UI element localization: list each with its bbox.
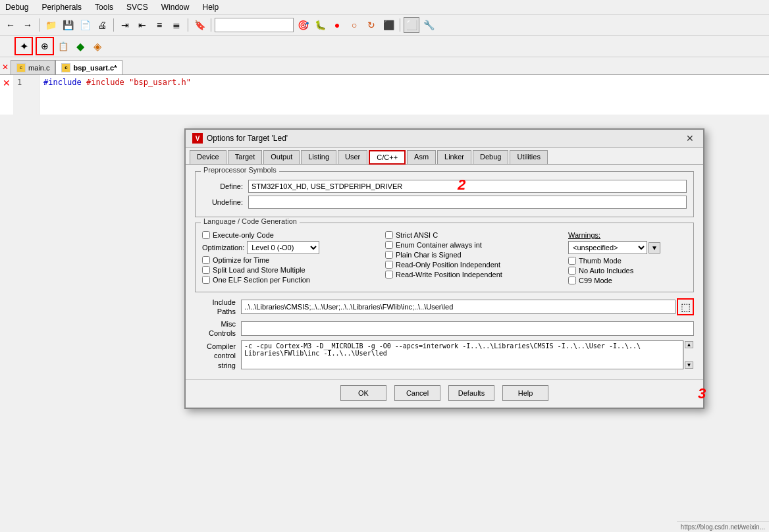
tab-output[interactable]: Output [263, 150, 300, 164]
no-auto-includes-row: No Auto Includes [568, 267, 687, 275]
language-col-warnings: Warnings: <unspecified> ▼ Thumb Mode No … [568, 231, 687, 286]
toolbar-btn6[interactable]: ≣ [169, 17, 184, 33]
toolbar-select[interactable] [215, 18, 294, 32]
misc-controls-input[interactable] [241, 321, 694, 336]
thumb-mode-cb[interactable] [568, 257, 576, 265]
no-auto-includes-cb[interactable] [568, 267, 576, 275]
read-only-cb[interactable] [385, 261, 393, 269]
tab-utilities[interactable]: Utilities [510, 150, 547, 164]
tab-mainc[interactable]: c main.c [11, 60, 55, 74]
one-elf-cb[interactable] [202, 276, 210, 284]
plain-char-cb[interactable] [385, 251, 393, 259]
toolbar-sync-btn[interactable]: ↻ [363, 17, 379, 33]
toolbar-back-btn[interactable]: ← [3, 17, 18, 33]
code-area[interactable]: #include #include "bsp_usart.h" [40, 75, 195, 115]
dialog-title-text: Options for Target 'Led' [207, 134, 288, 143]
menu-tools[interactable]: Tools [92, 1, 116, 13]
tab-bsp-usart[interactable]: c bsp_usart.c* [55, 60, 122, 74]
ok-button[interactable]: OK [340, 385, 386, 401]
menu-svcs[interactable]: SVCS [124, 1, 151, 13]
split-load-row: Split Load and Store Multiple [202, 266, 379, 274]
warnings-dropdown-btn[interactable]: ▼ [649, 242, 660, 253]
compiler-control-label: Compiler control string [195, 340, 241, 370]
status-url: https://blog.csdn.net/weixin... [681, 523, 765, 531]
toolbar-run-btn[interactable]: ● [329, 17, 345, 33]
toolbar-forward-btn[interactable]: → [20, 17, 36, 33]
split-load-cb[interactable] [202, 266, 210, 274]
compiler-scrollbar[interactable]: ▲ ▼ [683, 340, 694, 369]
compiler-control-textarea[interactable]: -c -cpu Cortex-M3 -D__MICROLIB -g -O0 --… [241, 340, 683, 369]
error-marker: ✕ [0, 75, 13, 115]
tab-user[interactable]: User [338, 150, 367, 164]
toolbar-stop-btn[interactable]: ⬛ [381, 17, 396, 33]
toolbar-debug-btn[interactable]: 🐛 [312, 17, 328, 33]
preprocessor-group: Preprocessor Symbols Define: Undefine: [195, 171, 694, 217]
strict-ansi-label: Strict ANSI C [396, 231, 438, 239]
language-col-left: Execute-only Code Optimization: Level 0 … [202, 231, 379, 286]
tab-device[interactable]: Device [190, 150, 226, 164]
tab-asm[interactable]: Asm [407, 150, 436, 164]
warnings-select[interactable]: <unspecified> [568, 241, 647, 254]
dialog-close-btn[interactable]: ✕ [683, 133, 697, 144]
optimize-time-label: Optimize for Time [213, 256, 269, 264]
toolbar2-magicwand-btn[interactable]: ✦ [14, 37, 33, 55]
enum-container-cb[interactable] [385, 241, 393, 249]
undefine-input[interactable] [248, 196, 687, 209]
tab-listing[interactable]: Listing [301, 150, 336, 164]
warnings-label: Warnings: [568, 231, 687, 239]
toolbar-save-btn[interactable]: 💾 [60, 17, 76, 33]
language-col-middle: Strict ANSI C Enum Container always int … [385, 231, 562, 286]
dialog-buttons: OK Cancel Defaults Help [186, 379, 703, 408]
tab-linker[interactable]: Linker [437, 150, 471, 164]
include-paths-row: Include Paths ⬚ [195, 298, 694, 317]
toolbar2-copy-btn[interactable]: 📋 [55, 38, 71, 54]
tab-cpp[interactable]: C/C++ [369, 150, 406, 165]
menu-debug[interactable]: Debug [3, 1, 31, 13]
line-number-1: 1 [17, 78, 35, 87]
toolbar-sep3 [188, 18, 188, 32]
toolbar-btn3[interactable]: 📄 [77, 17, 93, 33]
toolbar-indent-btn[interactable]: ⇥ [117, 17, 133, 33]
toolbar-wrench-btn[interactable]: 🔧 [421, 17, 437, 33]
define-input[interactable] [248, 180, 687, 193]
optimize-time-cb[interactable] [202, 256, 210, 264]
read-write-cb[interactable] [385, 271, 393, 279]
toolbar2-green-btn[interactable]: ◆ [72, 38, 88, 54]
c99-mode-row: C99 Mode [568, 277, 687, 284]
enum-container-row: Enum Container always int [385, 241, 562, 249]
toolbar-sep1 [39, 18, 40, 32]
tab-target[interactable]: Target [228, 150, 263, 164]
toolbar-open-btn[interactable]: 📁 [43, 17, 59, 33]
include-paths-input[interactable] [241, 300, 676, 314]
menu-help[interactable]: Help [199, 1, 221, 13]
menu-peripherals[interactable]: Peripherals [39, 1, 84, 13]
toolbar-bookmark-btn[interactable]: 🔖 [192, 17, 207, 33]
include-browse-btn[interactable]: ⬚ [677, 298, 694, 315]
strict-ansi-cb[interactable] [385, 231, 393, 239]
toolbar-btn4[interactable]: 🖨 [94, 17, 110, 33]
toolbar2-target-btn[interactable]: ⊕ [36, 37, 54, 55]
read-write-row: Read-Write Position Independent [385, 271, 562, 279]
strict-ansi-row: Strict ANSI C [385, 231, 562, 239]
menu-window[interactable]: Window [159, 1, 192, 13]
read-only-row: Read-Only Position Independent [385, 261, 562, 269]
toolbar-target-btn[interactable]: 🎯 [295, 17, 311, 33]
tab-debug[interactable]: Debug [473, 150, 508, 164]
preprocessor-title: Preprocessor Symbols [201, 166, 279, 174]
no-auto-includes-label: No Auto Includes [579, 267, 633, 275]
help-button[interactable]: Help [502, 385, 548, 401]
defaults-button[interactable]: Defaults [448, 385, 494, 401]
scroll-up-arrow[interactable]: ▲ [685, 341, 693, 348]
toolbar-btn5[interactable]: ≡ [151, 17, 167, 33]
toolbar2-diamond-btn[interactable]: ◈ [90, 38, 105, 54]
toolbar-outdent-btn[interactable]: ⇤ [134, 17, 150, 33]
toolbar-circle-btn[interactable]: ○ [346, 17, 362, 33]
optimization-select[interactable]: Level 0 (-O0) [247, 241, 319, 254]
toolbar-sep5 [400, 18, 400, 32]
scroll-down-arrow[interactable]: ▼ [685, 361, 693, 369]
c99-mode-cb[interactable] [568, 277, 576, 284]
toolbar-settings-btn[interactable]: ⬜ [404, 17, 419, 33]
execute-only-cb[interactable] [202, 231, 210, 239]
toolbar-row1: ← → 📁 💾 📄 🖨 ⇥ ⇤ ≡ ≣ 🔖 🎯 🐛 ● ○ ↻ ⬛ ⬜ 🔧 [0, 15, 769, 36]
cancel-button[interactable]: Cancel [394, 385, 440, 401]
